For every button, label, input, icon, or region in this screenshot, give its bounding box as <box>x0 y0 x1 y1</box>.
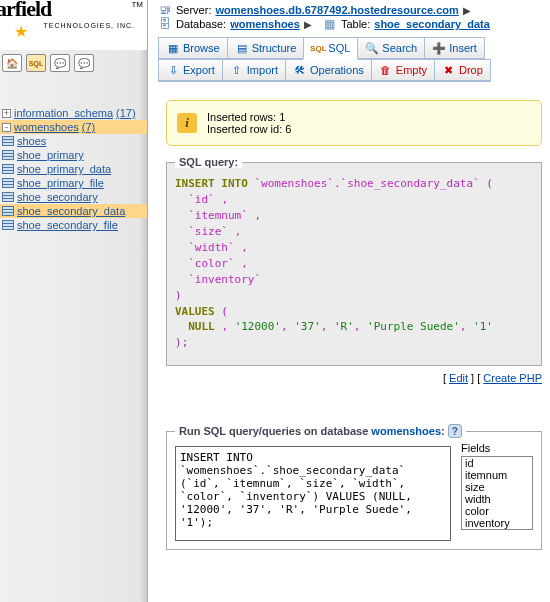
database-icon: 🗄 <box>158 17 172 31</box>
table-label: shoe_primary <box>17 149 84 161</box>
notice-line-1: Inserted rows: 1 <box>207 111 531 123</box>
action-label: Empty <box>396 64 427 76</box>
docs-icon[interactable]: 💬 <box>50 54 70 72</box>
table-shoe-primary[interactable]: shoe_primary <box>0 148 147 162</box>
server-label: Server: <box>176 4 211 16</box>
info-icon: i <box>177 113 197 133</box>
table-shoes[interactable]: shoes <box>0 134 147 148</box>
db-count: (7) <box>82 121 95 133</box>
import-icon: ⇧ <box>230 63 244 77</box>
star-icon: ★ <box>14 22 28 41</box>
field-item[interactable]: inventory <box>462 517 532 529</box>
table-icon <box>2 164 14 174</box>
table-label: shoe_primary_file <box>17 177 104 189</box>
main-panel: 🖳 Server: womenshoes.db.6787492.hostedre… <box>148 0 550 602</box>
field-item[interactable]: itemnum <box>462 469 532 481</box>
action-label: Import <box>247 64 278 76</box>
action-label: Operations <box>310 64 364 76</box>
sidebar-toolbar: 🏠 SQL 💬 💬 <box>0 50 147 76</box>
drop-icon: ✖ <box>442 63 456 77</box>
collapse-icon[interactable]: - <box>2 123 11 132</box>
database-label: Database: <box>176 18 226 30</box>
table-shoe-primary-file[interactable]: shoe_primary_file <box>0 176 147 190</box>
action-operations[interactable]: 🛠Operations <box>285 59 372 82</box>
field-item[interactable]: size <box>462 481 532 493</box>
success-notice: i Inserted rows: 1 Inserted row id: 6 <box>166 100 542 146</box>
table-label: shoe_primary_data <box>17 163 111 175</box>
table-icon <box>2 178 14 188</box>
export-icon: ⇩ <box>166 63 180 77</box>
sql-query-icon[interactable]: SQL <box>26 54 46 72</box>
field-item[interactable]: color <box>462 505 532 517</box>
tab-label: Browse <box>183 42 220 54</box>
structure-icon: ▤ <box>235 41 249 55</box>
edit-link[interactable]: Edit <box>449 372 468 384</box>
sql-textarea[interactable] <box>175 446 451 541</box>
table-label: shoe_secondary <box>17 191 98 203</box>
table-icon <box>2 192 14 202</box>
field-item[interactable]: width <box>462 493 532 505</box>
db-info-schema[interactable]: + information_schema (17) <box>0 106 147 120</box>
table-shoe-secondary-data[interactable]: shoe_secondary_data <box>0 204 147 218</box>
server-link[interactable]: womenshoes.db.6787492.hostedresource.com <box>215 4 458 16</box>
tab-structure[interactable]: ▤Structure <box>227 37 305 60</box>
insert-icon: ➕ <box>432 41 446 55</box>
run-query-legend: Run SQL query/queries on database womens… <box>175 424 466 438</box>
table-icon: ▦ <box>323 17 337 31</box>
database-link[interactable]: womenshoes <box>230 18 300 30</box>
tab-search[interactable]: 🔍Search <box>357 37 425 60</box>
table-shoe-primary-data[interactable]: shoe_primary_data <box>0 162 147 176</box>
tab-insert[interactable]: ➕Insert <box>424 37 485 60</box>
server-icon: 🖳 <box>158 3 172 17</box>
browse-icon: ▦ <box>166 41 180 55</box>
field-item[interactable]: id <box>462 457 532 469</box>
action-label: Export <box>183 64 215 76</box>
tab-browse[interactable]: ▦Browse <box>158 37 228 60</box>
operations-icon: 🛠 <box>293 63 307 77</box>
tab-label: Structure <box>252 42 297 54</box>
table-icon <box>2 206 14 216</box>
help-icon[interactable]: ? <box>448 424 462 438</box>
breadcrumb: 🖳 Server: womenshoes.db.6787492.hostedre… <box>158 0 550 33</box>
breadcrumb-arrow-icon: ▶ <box>463 5 471 16</box>
tab-sql[interactable]: SQLSQL <box>303 37 358 60</box>
notice-line-2: Inserted row id: 6 <box>207 123 531 135</box>
fields-box: Fields id itemnum size width color inven… <box>461 442 533 541</box>
table-label: shoes <box>17 135 46 147</box>
brand-name: arfield <box>0 0 51 22</box>
sql-code-block: INSERT INTO `womenshoes`.`shoe_secondary… <box>175 176 533 351</box>
tab-label: Insert <box>449 42 477 54</box>
tab-bar: ▦Browse ▤Structure SQLSQL 🔍Search ➕Inser… <box>158 37 550 60</box>
action-bar: ⇩Export ⇧Import 🛠Operations 🗑Empty ✖Drop <box>158 59 550 82</box>
db-label: womenshoes <box>14 121 79 133</box>
trademark: TM <box>131 0 143 9</box>
db-womenshoes[interactable]: - womenshoes (7) <box>0 120 147 134</box>
tab-label: Search <box>382 42 417 54</box>
query-window-icon[interactable]: 💬 <box>74 54 94 72</box>
search-icon: 🔍 <box>365 41 379 55</box>
breadcrumb-arrow-icon: ▶ <box>304 19 312 30</box>
db-count: (17) <box>116 107 136 119</box>
table-link[interactable]: shoe_secondary_data <box>374 18 490 30</box>
create-php-link[interactable]: Create PHP <box>483 372 542 384</box>
expand-icon[interactable]: + <box>2 109 11 118</box>
database-tree: + information_schema (17) - womenshoes (… <box>0 106 147 232</box>
table-icon <box>2 150 14 160</box>
sql-query-fieldset: SQL query: INSERT INTO `womenshoes`.`sho… <box>166 156 542 366</box>
home-icon[interactable]: 🏠 <box>2 54 22 72</box>
action-empty[interactable]: 🗑Empty <box>371 59 435 82</box>
table-icon <box>2 220 14 230</box>
table-shoe-secondary-file[interactable]: shoe_secondary_file <box>0 218 147 232</box>
action-drop[interactable]: ✖Drop <box>434 59 491 82</box>
action-import[interactable]: ⇧Import <box>222 59 286 82</box>
logo-area: arfield TM TECHNOLOGIES, INC. ★ <box>0 0 147 50</box>
table-icon <box>2 136 14 146</box>
table-shoe-secondary[interactable]: shoe_secondary <box>0 190 147 204</box>
sql-query-legend: SQL query: <box>175 156 242 168</box>
fields-list[interactable]: id itemnum size width color inventory <box>461 456 533 530</box>
action-export[interactable]: ⇩Export <box>158 59 223 82</box>
table-list: shoes shoe_primary shoe_primary_data sho… <box>0 134 147 232</box>
brand-subtitle: TECHNOLOGIES, INC. <box>43 22 135 29</box>
run-query-colon: : <box>441 425 445 437</box>
tab-label: SQL <box>328 42 350 54</box>
